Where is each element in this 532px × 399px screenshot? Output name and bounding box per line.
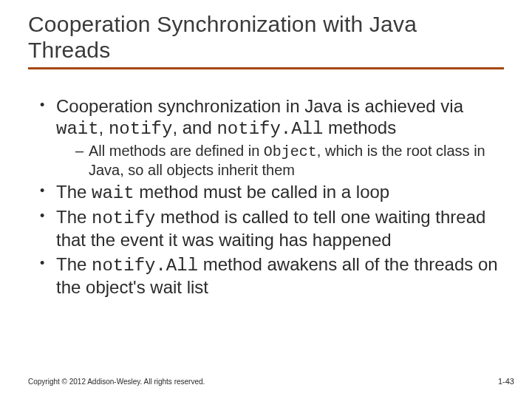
- footer-page-number: 1-43: [498, 377, 514, 386]
- slide: Cooperation Synchronization with Java Th…: [0, 0, 532, 399]
- text: methods: [323, 117, 396, 137]
- text: method must be called in a loop: [134, 182, 390, 202]
- text: ,: [99, 117, 109, 137]
- text: Cooperation synchronization in Java is a…: [56, 96, 463, 116]
- body: Cooperation synchronization in Java is a…: [40, 96, 504, 301]
- text: The: [56, 182, 92, 202]
- code: Object: [264, 143, 317, 160]
- bullet-2: The wait method must be called in a loop: [40, 182, 504, 205]
- title-rule: [28, 67, 504, 69]
- sub-bullet-1: All methods are defined in Object, which…: [75, 142, 504, 179]
- slide-title: Cooperation Synchronization with Java Th…: [28, 12, 504, 63]
- text: , and: [172, 117, 216, 137]
- code: wait: [56, 119, 99, 139]
- title-block: Cooperation Synchronization with Java Th…: [28, 12, 504, 69]
- code: wait: [92, 183, 134, 203]
- text: All methods are defined in: [89, 143, 264, 159]
- bullet-4: The notify.All method awakens all of the…: [40, 254, 504, 299]
- code: notify: [92, 208, 155, 228]
- bullet-1: Cooperation synchronization in Java is a…: [40, 96, 504, 179]
- code: notify.All: [216, 119, 323, 139]
- sub-list: All methods are defined in Object, which…: [75, 142, 504, 179]
- text: The: [56, 207, 92, 227]
- text: The: [56, 254, 92, 274]
- code: notify.All: [92, 256, 198, 276]
- bullet-3: The notify method is called to tell one …: [40, 207, 504, 251]
- footer-copyright: Copyright © 2012 Addison-Wesley. All rig…: [28, 378, 205, 386]
- code: notify: [109, 119, 172, 139]
- bullet-list: Cooperation synchronization in Java is a…: [40, 96, 504, 299]
